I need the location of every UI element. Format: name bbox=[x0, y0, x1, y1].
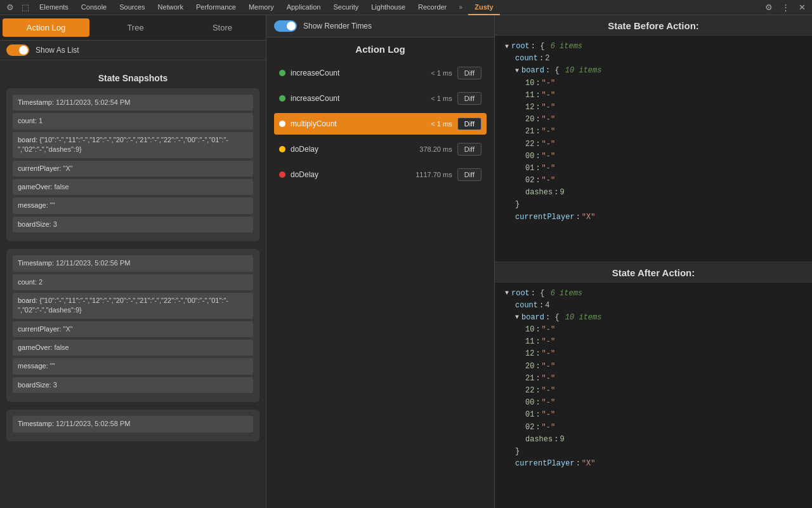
state-after-content: ▼ root : { 6 items count : 4 ▼ board : {… bbox=[495, 283, 812, 509]
tab-performance[interactable]: Performance bbox=[190, 0, 242, 15]
tab-sources[interactable]: Sources bbox=[113, 0, 151, 15]
state-snapshots-title: State Snapshots bbox=[6, 67, 259, 88]
show-as-list-label: Show As List bbox=[36, 46, 79, 55]
action-time: 1117.70 ms bbox=[414, 171, 452, 178]
action-dot bbox=[279, 95, 285, 102]
nav-actions: ⚙ ⋮ ✕ bbox=[761, 0, 809, 15]
more-options-icon[interactable]: ⋮ bbox=[778, 0, 793, 15]
left-tab-store[interactable]: Store bbox=[179, 15, 266, 40]
left-tab-tree[interactable]: Tree bbox=[92, 15, 179, 40]
left-tab-action-log[interactable]: Action Log bbox=[3, 18, 89, 37]
snapshot-row: Timestamp: 12/11/2023, 5:02:54 PM bbox=[13, 95, 253, 110]
board-collapse-icon[interactable]: ▼ bbox=[515, 312, 519, 323]
snapshot-card-0[interactable]: Timestamp: 12/11/2023, 5:02:54 PMcount: … bbox=[6, 88, 259, 241]
tab-network[interactable]: Network bbox=[152, 0, 190, 15]
snapshot-row: currentPlayer: "X" bbox=[13, 321, 253, 337]
snapshot-key: message: bbox=[18, 362, 48, 370]
action-name: increaseCount bbox=[291, 94, 409, 103]
tree-board-item: 02 : "-" bbox=[505, 175, 802, 187]
show-render-times-toggle[interactable] bbox=[274, 20, 297, 32]
tab-security[interactable]: Security bbox=[327, 0, 365, 15]
settings-icon[interactable]: ⚙ bbox=[761, 0, 776, 15]
tree-current-player-line: currentPlayer : "X" bbox=[505, 211, 802, 224]
snapshot-row: Timestamp: 12/11/2023, 5:02:58 PM bbox=[13, 416, 253, 432]
snapshot-key: boardSize: bbox=[18, 381, 51, 389]
left-tabs: Action Log Tree Store bbox=[0, 15, 266, 41]
action-row-1[interactable]: increaseCount < 1 ms Diff bbox=[274, 88, 487, 109]
state-after-title: State After Action: bbox=[495, 262, 812, 283]
action-log-list: increaseCount < 1 ms Diff increaseCount … bbox=[266, 58, 494, 508]
snapshot-key: board: bbox=[18, 136, 37, 144]
tree-board-item: 21 : "-" bbox=[505, 126, 802, 138]
action-dot bbox=[279, 171, 285, 178]
tree-root-line: ▼ root : { 6 items bbox=[505, 288, 802, 300]
tab-elements[interactable]: Elements bbox=[33, 0, 75, 15]
show-as-list-row: Show As List bbox=[0, 41, 266, 60]
snapshot-val: false bbox=[52, 344, 69, 351]
tab-console[interactable]: Console bbox=[75, 0, 113, 15]
tree-board-item: 20 : "-" bbox=[505, 361, 802, 373]
snapshot-row: count: 2 bbox=[13, 274, 253, 290]
tree-board-item: 01 : "-" bbox=[505, 163, 802, 175]
board-collapse-icon[interactable]: ▼ bbox=[515, 66, 519, 76]
tree-board-line: ▼ board : { 10 items bbox=[505, 65, 802, 77]
snapshot-key: Timestamp: bbox=[18, 420, 54, 427]
left-content: State Snapshots Timestamp: 12/11/2023, 5… bbox=[0, 60, 266, 508]
diff-button[interactable]: Diff bbox=[457, 67, 481, 79]
tree-board-item: dashes : 9 bbox=[505, 187, 802, 199]
state-before-title: State Before Action: bbox=[495, 15, 812, 36]
snapshot-key: boardSize: bbox=[18, 220, 51, 228]
collapse-icon[interactable]: ▼ bbox=[505, 42, 509, 52]
snapshot-val: 12/11/2023, 5:02:54 PM bbox=[54, 98, 130, 106]
collapse-icon[interactable]: ▼ bbox=[505, 288, 509, 298]
action-name: multiplyCount bbox=[291, 119, 409, 128]
snapshot-row: gameOver: false bbox=[13, 179, 253, 195]
snapshot-val: 12/11/2023, 5:02:56 PM bbox=[54, 259, 130, 267]
tab-zusty[interactable]: Zusty bbox=[468, 0, 499, 15]
tab-application[interactable]: Application bbox=[280, 0, 327, 15]
snapshot-row: Timestamp: 12/11/2023, 5:02:56 PM bbox=[13, 255, 253, 271]
snapshot-val: 12/11/2023, 5:02:58 PM bbox=[54, 420, 130, 427]
snapshot-val: 1 bbox=[37, 117, 43, 124]
tab-recorder[interactable]: Recorder bbox=[412, 0, 453, 15]
action-dot bbox=[279, 70, 285, 76]
show-render-times-label: Show Render Times bbox=[303, 22, 372, 30]
diff-button[interactable]: Diff bbox=[457, 117, 481, 130]
cursor-icon[interactable]: ⬚ bbox=[18, 0, 33, 15]
tree-board-close: } bbox=[505, 446, 802, 458]
snapshot-val: "X" bbox=[61, 325, 72, 333]
snapshot-card-2[interactable]: Timestamp: 12/11/2023, 5:02:58 PM bbox=[6, 410, 259, 441]
tree-board-item: 22 : "-" bbox=[505, 138, 802, 150]
tree-board-line: ▼ board : { 10 items bbox=[505, 312, 802, 324]
more-tabs-icon[interactable]: » bbox=[453, 0, 468, 15]
action-row-3[interactable]: doDelay 378.20 ms Diff bbox=[274, 138, 487, 160]
diff-button[interactable]: Diff bbox=[457, 143, 481, 156]
main-layout: Action Log Tree Store Show As List State… bbox=[0, 15, 812, 508]
tree-count-line: count : 4 bbox=[505, 300, 802, 312]
state-before-content: ▼ root : { 6 items count : 2 ▼ board : {… bbox=[495, 36, 812, 262]
right-panel: State Before Action: ▼ root : { 6 items … bbox=[495, 15, 812, 508]
action-row-0[interactable]: increaseCount < 1 ms Diff bbox=[274, 62, 487, 84]
tree-board-close: } bbox=[505, 199, 802, 211]
middle-header: Show Render Times bbox=[266, 15, 494, 37]
devtools-icon[interactable]: ⚙ bbox=[3, 0, 18, 15]
snapshot-card-1[interactable]: Timestamp: 12/11/2023, 5:02:56 PMcount: … bbox=[6, 249, 259, 402]
diff-button[interactable]: Diff bbox=[457, 168, 481, 181]
middle-panel: Show Render Times Action Log increaseCou… bbox=[266, 15, 495, 508]
snapshot-key: count: bbox=[18, 117, 37, 124]
show-as-list-toggle[interactable] bbox=[6, 44, 29, 56]
tree-board-item: 20 : "-" bbox=[505, 114, 802, 126]
snapshot-val: 2 bbox=[37, 278, 43, 286]
tree-board-item: 00 : "-" bbox=[505, 150, 802, 163]
tab-lighthouse[interactable]: Lighthouse bbox=[365, 0, 412, 15]
action-name: doDelay bbox=[291, 145, 409, 154]
action-row-2[interactable]: multiplyCount < 1 ms Diff bbox=[274, 113, 487, 135]
tab-memory[interactable]: Memory bbox=[242, 0, 280, 15]
close-icon[interactable]: ✕ bbox=[794, 0, 809, 15]
diff-button[interactable]: Diff bbox=[457, 92, 481, 105]
snapshot-row: board: {"10":"-","11":"-","12":"-","20":… bbox=[13, 293, 253, 319]
action-name: increaseCount bbox=[291, 69, 409, 77]
snapshot-row: message: "" bbox=[13, 197, 253, 213]
action-row-4[interactable]: doDelay 1117.70 ms Diff bbox=[274, 164, 487, 185]
snapshots-container: Timestamp: 12/11/2023, 5:02:54 PMcount: … bbox=[6, 88, 259, 441]
